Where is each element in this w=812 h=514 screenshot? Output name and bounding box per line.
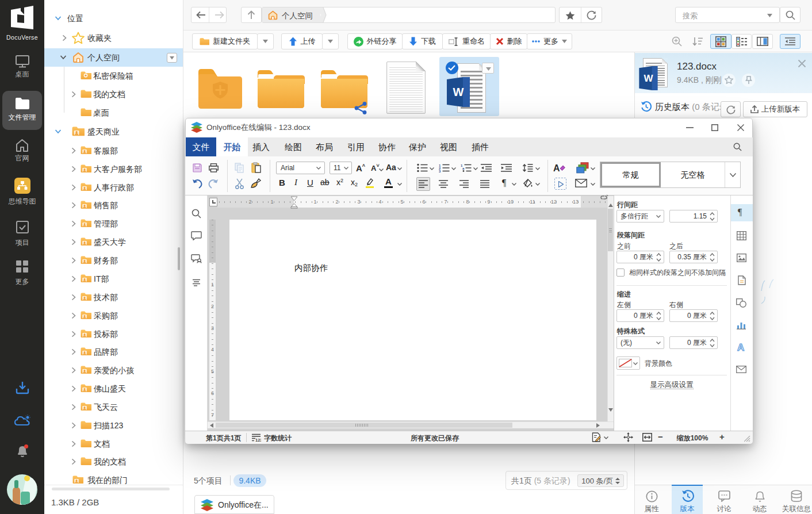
svg-text:A: A [553,163,560,173]
svg-text:123: 123 [255,438,261,442]
svg-text:A: A [737,342,744,352]
svg-text:a: a [462,167,465,170]
svg-text:W: W [644,73,653,84]
svg-text:W: W [453,86,464,98]
svg-text:3: 3 [439,170,441,172]
